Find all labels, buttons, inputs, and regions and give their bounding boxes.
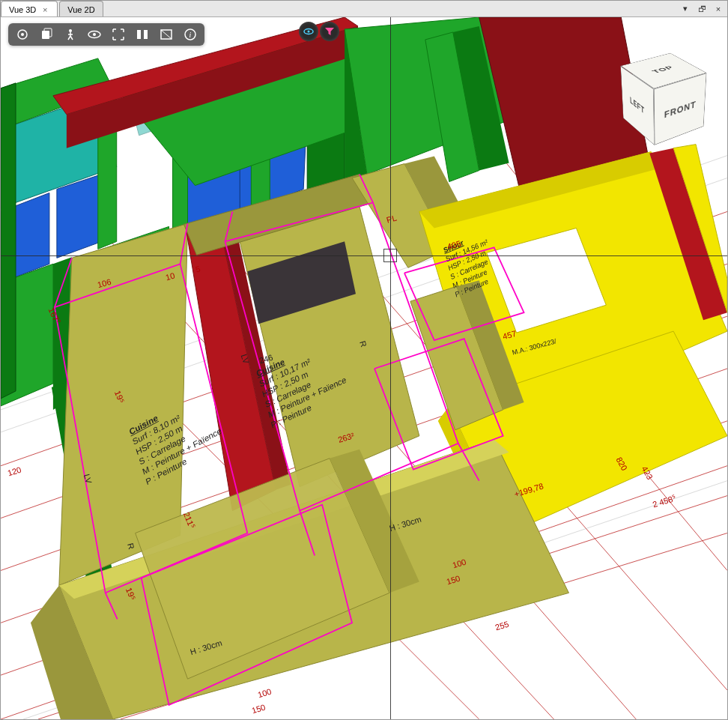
tab-label: Vue 3D	[9, 5, 36, 14]
svg-marker-34	[57, 175, 102, 258]
shade-mode-icon[interactable]	[158, 26, 175, 43]
tab-vue-2d[interactable]: Vue 2D	[59, 1, 103, 16]
pan-icon[interactable]	[38, 26, 55, 43]
scene-tools	[299, 22, 339, 41]
svg-marker-43	[1, 83, 16, 399]
view-window-controls: ▾ 🗗 ×	[676, 1, 727, 16]
look-icon[interactable]	[86, 26, 103, 43]
viewport-3d[interactable]: i TOP FRONT LEFT	[1, 17, 727, 719]
orbit-icon[interactable]	[14, 26, 31, 43]
svg-rect-8	[144, 30, 148, 39]
close-icon[interactable]: ×	[40, 5, 49, 14]
svg-rect-7	[137, 30, 141, 39]
tab-vue-3d[interactable]: Vue 3D ×	[1, 1, 58, 16]
svg-point-6	[93, 33, 96, 36]
view-toolbar: i	[8, 23, 204, 46]
view-tabbar: Vue 3D × Vue 2D ▾ 🗗 ×	[1, 1, 727, 17]
viewcube[interactable]: TOP FRONT LEFT	[618, 52, 708, 142]
close-icon[interactable]: ×	[712, 3, 724, 15]
tab-label: Vue 2D	[67, 5, 94, 14]
section-icon[interactable]	[134, 26, 151, 43]
dropdown-icon[interactable]: ▾	[679, 3, 691, 15]
svg-text:i: i	[189, 31, 192, 39]
walk-icon[interactable]	[62, 26, 79, 43]
svg-point-13	[308, 31, 310, 33]
svg-rect-2	[42, 31, 49, 39]
zoom-extents-icon[interactable]	[110, 26, 127, 43]
visibility-icon[interactable]	[299, 22, 318, 41]
svg-point-4	[69, 29, 72, 32]
restore-icon[interactable]: 🗗	[696, 3, 708, 15]
filter-icon[interactable]	[320, 22, 339, 41]
info-icon[interactable]: i	[182, 26, 198, 43]
svg-point-1	[21, 33, 24, 36]
